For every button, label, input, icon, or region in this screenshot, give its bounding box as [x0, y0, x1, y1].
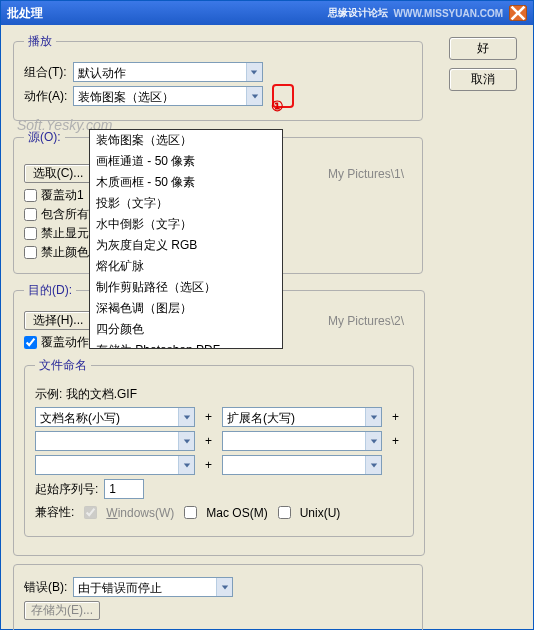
example-label: 示例: 我的文档.GIF	[35, 386, 137, 403]
cb-suppress-color[interactable]	[24, 246, 37, 259]
plus-icon: +	[392, 434, 399, 448]
forum-url: WWW.MISSYUAN.COM	[394, 8, 503, 19]
window-title: 批处理	[7, 5, 43, 22]
chevron-down-icon[interactable]	[246, 63, 262, 81]
set-select[interactable]: 默认动作	[73, 62, 263, 82]
chevron-down-icon[interactable]	[178, 408, 194, 426]
cb-suppress-display[interactable]	[24, 227, 37, 240]
chevron-down-icon[interactable]	[365, 408, 381, 426]
cb-override-saveas[interactable]	[24, 336, 37, 349]
naming-select-4[interactable]	[222, 431, 382, 451]
set-label: 组合(T):	[24, 64, 67, 81]
titlebar: 批处理 思缘设计论坛 WWW.MISSYUAN.COM	[1, 1, 533, 25]
save-errors-button: 存储为(E)...	[24, 601, 100, 620]
plus-icon: +	[205, 458, 212, 472]
startnum-input[interactable]	[104, 479, 144, 499]
svg-marker-4	[183, 415, 189, 419]
plus-icon: +	[205, 434, 212, 448]
dropdown-item[interactable]: 四分颜色	[90, 319, 282, 340]
choose-source-button[interactable]: 选取(C)...	[24, 164, 92, 183]
cb-include-all[interactable]	[24, 208, 37, 221]
cancel-button[interactable]: 取消	[449, 68, 517, 91]
naming-select-5[interactable]	[35, 455, 195, 475]
close-button[interactable]	[509, 5, 527, 21]
chevron-down-icon[interactable]	[365, 432, 381, 450]
source-path: My Pictures\1\	[328, 167, 404, 181]
svg-marker-3	[252, 94, 258, 98]
dropdown-item[interactable]: 装饰图案（选区）	[90, 130, 282, 151]
dest-legend: 目的(D):	[24, 282, 76, 299]
dropdown-item[interactable]: 为灰度自定义 RGB	[90, 235, 282, 256]
svg-marker-8	[183, 463, 189, 467]
choose-dest-button[interactable]: 选择(H)...	[24, 311, 92, 330]
svg-marker-2	[251, 70, 257, 74]
svg-marker-10	[222, 585, 228, 589]
error-select[interactable]: 由于错误而停止	[73, 577, 233, 597]
naming-select-3[interactable]	[35, 431, 195, 451]
plus-icon: +	[205, 410, 212, 424]
chevron-down-icon[interactable]	[365, 456, 381, 474]
ok-button[interactable]: 好	[449, 37, 517, 60]
chevron-down-icon[interactable]	[178, 456, 194, 474]
action-value: 装饰图案（选区）	[74, 87, 246, 105]
play-legend: 播放	[24, 33, 56, 50]
error-group: 错误(B): 由于错误而停止 存储为(E)...	[13, 564, 423, 630]
cb-compat-mac[interactable]	[184, 506, 197, 519]
compat-mac-label: Mac OS(M)	[206, 506, 267, 520]
cb-compat-windows	[84, 506, 97, 519]
svg-marker-7	[370, 439, 376, 443]
dest-path: My Pictures\2\	[328, 314, 404, 328]
plus-icon: +	[392, 410, 399, 424]
action-dropdown[interactable]: 装饰图案（选区）画框通道 - 50 像素木质画框 - 50 像素投影（文字）水中…	[89, 129, 283, 349]
svg-marker-9	[370, 463, 376, 467]
dropdown-item[interactable]: 制作剪贴路径（选区）	[90, 277, 282, 298]
chevron-down-icon[interactable]	[246, 87, 262, 105]
play-group: 播放 组合(T): 默认动作 动作(A): 装饰图案（选区）	[13, 33, 423, 121]
forum-watermark: 思缘设计论坛	[328, 6, 388, 20]
cb-compat-unix[interactable]	[278, 506, 291, 519]
dropdown-item[interactable]: 木质画框 - 50 像素	[90, 172, 282, 193]
dropdown-item[interactable]: 水中倒影（文字）	[90, 214, 282, 235]
callout-1: ①	[271, 98, 284, 114]
dropdown-item[interactable]: 深褐色调（图层）	[90, 298, 282, 319]
cb-override-action[interactable]	[24, 189, 37, 202]
error-label: 错误(B):	[24, 579, 67, 596]
chevron-down-icon[interactable]	[178, 432, 194, 450]
compat-win-label: Windows(W)	[106, 506, 174, 520]
compat-label: 兼容性:	[35, 504, 74, 521]
svg-marker-6	[183, 439, 189, 443]
naming-select-6[interactable]	[222, 455, 382, 475]
dropdown-item[interactable]: 画框通道 - 50 像素	[90, 151, 282, 172]
set-value: 默认动作	[74, 63, 246, 81]
chevron-down-icon[interactable]	[216, 578, 232, 596]
dropdown-item[interactable]: 熔化矿脉	[90, 256, 282, 277]
startnum-label: 起始序列号:	[35, 481, 98, 498]
dropdown-item[interactable]: 存储为 Photoshop PDF	[90, 340, 282, 349]
action-label: 动作(A):	[24, 88, 67, 105]
svg-marker-5	[370, 415, 376, 419]
close-icon	[510, 5, 526, 21]
naming-select-1[interactable]: 文档名称(小写)	[35, 407, 195, 427]
source-legend: 源(O):	[24, 129, 65, 146]
action-select[interactable]: 装饰图案（选区）	[73, 86, 263, 106]
dropdown-item[interactable]: 投影（文字）	[90, 193, 282, 214]
naming-group: 文件命名 示例: 我的文档.GIF 文档名称(小写) + 扩展名(大写) +	[24, 357, 414, 537]
compat-unix-label: Unix(U)	[300, 506, 341, 520]
naming-legend: 文件命名	[35, 357, 91, 374]
naming-select-2[interactable]: 扩展名(大写)	[222, 407, 382, 427]
